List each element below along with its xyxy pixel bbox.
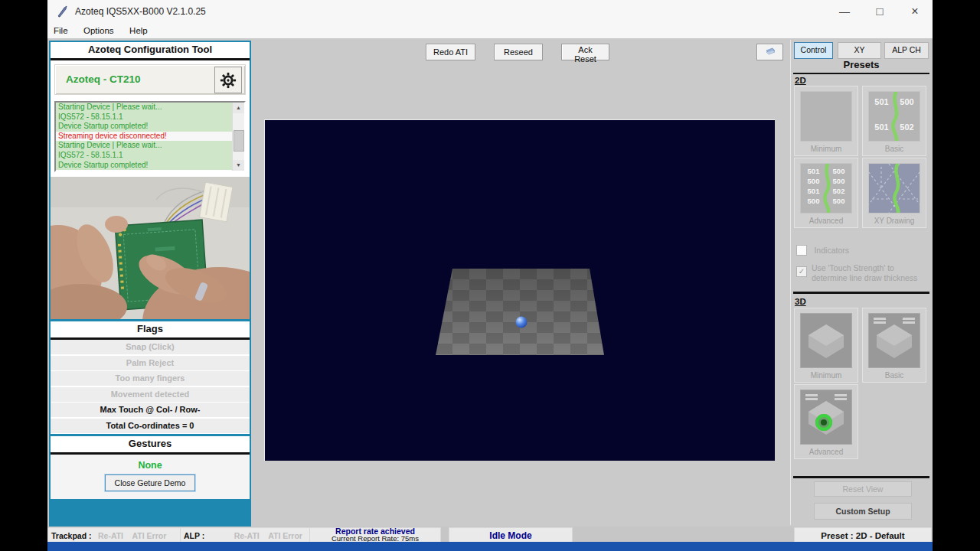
window-title: Azoteq IQS5XX-B000 V2.1.0.25 [75, 0, 206, 23]
flag-total-coordinates: Total Co-ordinates = 0 [51, 419, 250, 433]
preset-thumbnail [800, 313, 852, 368]
panel-footer [51, 499, 250, 525]
scrollbar-thumb[interactable] [234, 130, 244, 152]
indicators-checkbox[interactable]: Indicators [796, 243, 849, 256]
minimize-button[interactable]: — [827, 0, 862, 23]
preset-2d-minimum[interactable]: Minimum [794, 86, 858, 156]
trackpad-plane [436, 269, 604, 355]
device-photo [51, 177, 250, 319]
log-line: IQS572 - 58.15.1.1 [56, 151, 233, 161]
menu-file[interactable]: File [47, 24, 74, 38]
device-log: Starting Device | Please wait... IQS572 … [54, 101, 246, 172]
flag-max-touch: Max Touch @ Col- / Row- [51, 403, 250, 417]
checkbox-checked-icon[interactable]: ✓ [796, 266, 807, 277]
reseed-button[interactable]: Reseed [494, 44, 543, 60]
preset-thumbnail [800, 91, 852, 142]
scroll-down-icon[interactable]: ▼ [233, 160, 244, 171]
title-bar: Azoteq IQS5XX-B000 V2.1.0.25 — □ × [47, 0, 933, 23]
menu-options[interactable]: Options [77, 24, 120, 38]
log-line: Device Startup completed! [56, 161, 233, 171]
preset-thumbnail [868, 313, 920, 368]
tab-alp-ch[interactable]: ALP CH [884, 42, 929, 59]
mode-status: Idle Mode [449, 527, 573, 543]
menu-bar: File Options Help [47, 23, 933, 39]
alp-status: ALP : Re-ATI ATI Error [180, 527, 312, 543]
gestures-header: Gestures [51, 436, 250, 455]
preset-caption: Basic [863, 370, 926, 382]
flag-movement-detected: Movement detected [51, 387, 250, 402]
log-line: Device Startup completed! [56, 122, 233, 132]
close-button[interactable]: × [897, 0, 933, 23]
log-line: Starting Device | Please wait... [56, 141, 233, 151]
alp-status-label: ALP : [184, 531, 204, 540]
config-tool-header: Azoteq Configuration Tool [51, 42, 250, 60]
preset-3d-advanced[interactable]: Advanced [794, 384, 858, 459]
trackpad-ati-error: ATI Error [132, 531, 167, 540]
preset-status-label: Preset : 2D - Default [821, 531, 904, 540]
maximize-button[interactable]: □ [862, 0, 897, 23]
tab-control[interactable]: Control [794, 42, 833, 59]
checkbox-icon[interactable] [796, 245, 807, 256]
channel-values-decoration [874, 318, 915, 325]
view-3d-icon [764, 47, 776, 56]
preset-3d-minimum[interactable]: Minimum [794, 308, 858, 383]
view-toggle-button[interactable] [756, 44, 783, 60]
device-settings-button[interactable] [214, 67, 242, 93]
configuration-panel: Azoteq Configuration Tool Azoteq - CT210… [49, 41, 251, 527]
touch-orb [516, 317, 528, 328]
log-line: IQS572 - 58.15.1.1 [56, 112, 233, 122]
touch-strength-checkbox[interactable]: ✓ Use 'Touch Strength' to determine line… [796, 263, 926, 283]
idle-mode-label: Idle Mode [489, 530, 531, 541]
gear-icon [220, 72, 237, 89]
presets-header: Presets [793, 59, 929, 74]
preset-caption: Minimum [795, 370, 858, 382]
group-3d-label: 3D [795, 297, 806, 306]
scroll-up-icon[interactable]: ▲ [233, 103, 244, 113]
gestures-body: None Close Geture Demo [51, 455, 250, 499]
redo-ati-button[interactable]: Redo ATI [426, 44, 475, 60]
group-2d-label: 2D [795, 76, 806, 85]
status-bar: Trackpad : Re-ATI ATI Error ALP : Re-ATI… [47, 527, 933, 542]
tab-xy[interactable]: XY [838, 42, 881, 59]
preset-caption: Advanced [795, 215, 858, 227]
trackpad-3d-canvas[interactable] [264, 119, 775, 461]
preset-caption: Minimum [795, 143, 858, 155]
app-icon [57, 5, 69, 18]
section-divider [793, 292, 929, 294]
log-line: Starting Device | Please wait... [56, 103, 233, 112]
report-rate-status: Report rate achieved Current Report Rate… [309, 527, 441, 543]
preset-status: Preset : 2D - Default [794, 527, 932, 543]
checkbox-label: determine line draw thickness [812, 273, 917, 282]
preset-caption: Basic [863, 143, 926, 155]
menu-help[interactable]: Help [123, 24, 154, 38]
ack-reset-button[interactable]: Ack Reset [561, 44, 609, 60]
log-line: Streaming device disconnected! [56, 132, 233, 142]
preset-2d-xy-drawing[interactable]: XY Drawing [862, 158, 926, 228]
preset-thumbnail [800, 390, 852, 445]
log-scrollbar[interactable]: ▲ ▼ [232, 103, 244, 171]
preset-2d-advanced[interactable]: 501500 500500 501502 500500 Advanced [794, 158, 858, 228]
preset-thumbnail: 501500 501502 [868, 91, 920, 142]
preset-2d-basic[interactable]: 501500 501502 Basic [862, 86, 926, 156]
current-report-rate: Current Report Rate: 75ms [310, 535, 440, 542]
flag-too-many-fingers: Too many fingers [51, 371, 250, 386]
trackpad-status-label: Trackpad : [51, 531, 92, 540]
panel-divider [790, 40, 791, 525]
custom-setup-button[interactable]: Custom Setup [814, 503, 912, 520]
alp-re-ati: Re-ATI [234, 531, 260, 540]
alp-ati-error: ATI Error [268, 531, 302, 540]
flags-header: Flags [51, 321, 250, 340]
reset-view-button[interactable]: Reset View [814, 481, 912, 497]
preset-caption: XY Drawing [863, 215, 926, 227]
close-gesture-demo-button[interactable]: Close Geture Demo [105, 474, 195, 491]
taskbar-strip [47, 542, 933, 551]
trackpad-status: Trackpad : Re-ATI ATI Error [47, 527, 182, 543]
preset-3d-basic[interactable]: Basic [862, 308, 926, 383]
flag-snap-click: Snap (Click) [51, 340, 250, 354]
preset-thumbnail [868, 163, 920, 214]
gesture-value: None [51, 455, 250, 474]
section-divider [793, 476, 929, 478]
preset-thumbnail: 501500 500500 501502 500500 [800, 163, 852, 214]
channel-values-decoration [805, 394, 847, 402]
device-box: Azoteq - CT210 [54, 64, 246, 95]
